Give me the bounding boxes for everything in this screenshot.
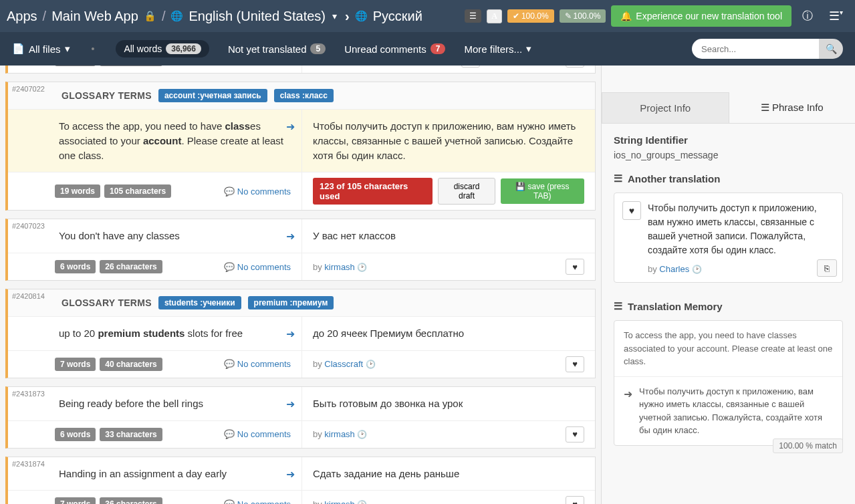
source-text: up to 20 premium students slots for free… — [8, 317, 301, 350]
view-toggle-right[interactable]: A — [487, 9, 502, 23]
source-text: You don't have any classes➜ — [8, 219, 301, 253]
glossary-term[interactable]: account :учетная запись — [158, 89, 267, 102]
favorite-button[interactable]: ♥ — [566, 496, 584, 504]
phrase-id: #2407022 — [12, 85, 45, 93]
chars-badge: 36 characters — [100, 497, 162, 504]
glossary-term[interactable]: students :ученики — [158, 296, 241, 309]
source-text: Handing in an assignment a day early➜ — [8, 457, 301, 491]
unread-comments-filter[interactable]: Unread comments 7 — [344, 43, 445, 55]
clock-icon: 🕑 — [357, 263, 367, 272]
another-translation-text: Чтобы получить доступ к приложению, вам … — [648, 201, 834, 257]
breadcrumb-sep: / — [43, 9, 47, 24]
progress-badge-2[interactable]: ✎ 100.0% — [560, 9, 606, 23]
progress-badge-1[interactable]: ✔ 100.0% — [507, 9, 554, 23]
phrase-body: up to 20 premium students slots for free… — [8, 317, 595, 350]
no-comments-link[interactable]: 💬 No comments — [224, 359, 291, 369]
info-icon[interactable]: ⓘ — [797, 9, 818, 23]
all-words-label: All words — [124, 43, 162, 54]
copy-to-target-icon[interactable]: ➜ — [286, 229, 295, 244]
source-language[interactable]: English (United States)▾ — [189, 9, 340, 24]
translator-link[interactable]: Classcraft — [324, 359, 363, 369]
another-translation-header: ☰ Another translation — [614, 172, 843, 184]
phrase-card[interactable]: #2431874Handing in an assignment a day e… — [5, 457, 596, 505]
translator-link[interactable]: kirmash — [324, 262, 355, 272]
target-text[interactable]: У вас нет классов — [301, 219, 595, 253]
arrow-right-icon: ➜ — [624, 386, 632, 437]
string-id-section: String Identifier ios_no_groups_message … — [602, 124, 855, 457]
tm-card: To access the app, you need to have clas… — [614, 320, 843, 446]
glossary-term[interactable]: class :класс — [274, 89, 334, 102]
all-words-filter[interactable]: All words 36,966 — [116, 40, 209, 57]
phrase-footer-left: 6 words33 characters💬 No comments — [8, 421, 301, 448]
search-input[interactable] — [692, 39, 819, 59]
tm-match-badge: 100.00 % match — [773, 438, 843, 453]
all-files-filter[interactable]: 📄 All files ▾ — [12, 43, 70, 55]
source-text: Being ready before the bell rings➜ — [8, 387, 301, 420]
clock-icon: 🕑 — [357, 430, 367, 439]
no-comments-link[interactable]: 💬 No comments — [224, 499, 291, 504]
not-yet-translated-filter[interactable]: Not yet translated 5 — [228, 43, 326, 55]
search-button[interactable]: 🔍 — [819, 39, 843, 59]
tab-project-info[interactable]: Project Info — [602, 92, 729, 123]
translator-link[interactable]: kirmash — [324, 429, 355, 439]
translator-link[interactable]: kirmash — [324, 499, 355, 504]
tm-source: To access the app, you need to have clas… — [614, 321, 842, 377]
phrase-footer-right: by Classcraft 🕑♥ — [301, 351, 595, 378]
phrase-footer-right: by kirmash 🕑♥ — [301, 491, 595, 504]
favorite-button[interactable]: ♥ — [566, 356, 584, 372]
phrase-card[interactable]: #2431873Being ready before the bell ring… — [5, 386, 596, 449]
breadcrumb-sep-2: / — [162, 9, 166, 24]
target-text[interactable]: Сдать задание на день раньше — [301, 457, 595, 491]
favorite-button[interactable]: ♥ — [566, 259, 584, 275]
menu-icon[interactable]: ☰▾ — [824, 9, 848, 23]
dot-sep: • — [89, 43, 98, 54]
favorite-icon[interactable]: ♥ — [622, 201, 641, 220]
copy-to-target-icon[interactable]: ➜ — [286, 467, 295, 482]
tm-label: Translation Memory — [628, 301, 723, 312]
chevron-down-icon: ▾ — [330, 11, 340, 21]
author-link[interactable]: Charles — [659, 264, 689, 274]
sidebar: Project Info ☰ Phrase Info String Identi… — [601, 66, 855, 504]
view-toggle-left[interactable]: ☰ — [465, 9, 481, 23]
phrase-footer-left: 7 words36 characters💬 No comments — [8, 491, 301, 504]
words-badge: 6 words — [55, 260, 96, 273]
breadcrumb-apps[interactable]: Apps — [7, 9, 37, 24]
filter-bar: 📄 All files ▾ • All words 36,966 Not yet… — [0, 32, 855, 66]
copy-to-target-icon[interactable]: ➜ — [286, 396, 295, 412]
tab-phrase-label: Phrase Info — [772, 102, 824, 113]
no-comments-link[interactable]: 💬 No comments — [224, 186, 291, 197]
favorite-button[interactable]: ♡ — [566, 66, 584, 68]
target-text[interactable]: до 20 ячеек Премиум бесплатно — [301, 317, 595, 350]
globe-icon-2: 🌐 — [355, 10, 368, 22]
target-text[interactable]: Чтобы получить доступ к приложению, вам … — [301, 110, 595, 172]
no-comments-link[interactable]: 💬 No comments — [224, 262, 291, 272]
phrase-footer-right: by kirmash 🕑♥ — [301, 421, 595, 448]
chars-used-badge: 123 of 105 characters used — [313, 178, 433, 205]
copy-to-target-icon[interactable]: ➜ — [286, 326, 295, 342]
phrase-card[interactable]: #2420814GLOSSARY TERMSstudents :ученикиp… — [5, 289, 596, 378]
more-filters[interactable]: More filters... ▾ — [464, 43, 531, 55]
dropdown-button[interactable]: ▾ — [461, 66, 480, 68]
phrase-list[interactable]: 5 words 30 characters 💬 No comments by n… — [0, 66, 601, 504]
phrase-card-stub[interactable]: 5 words 30 characters 💬 No comments by n… — [5, 66, 596, 74]
target-language[interactable]: Русский — [373, 9, 422, 24]
toolbar-right: ☰ A ✔ 100.0% ✎ 100.0% 🔔 Experience our n… — [465, 5, 848, 27]
phrase-card[interactable]: #2407022GLOSSARY TERMSaccount :учетная з… — [5, 82, 596, 211]
tab-phrase-info[interactable]: ☰ Phrase Info — [729, 92, 856, 123]
copy-button[interactable]: ⎘ — [817, 259, 837, 277]
phrase-body: To access the app, you need to have clas… — [8, 110, 595, 172]
phrase-footer-left: 6 words26 characters💬 No comments — [8, 253, 301, 280]
target-text[interactable]: Быть готовым до звонка на урок — [301, 387, 595, 420]
translated-by: by kirmash 🕑 — [313, 499, 367, 504]
translated-by: by kirmash 🕑 — [313, 429, 367, 439]
unread-count: 7 — [431, 43, 446, 54]
discard-draft-button[interactable]: discard draft — [438, 178, 495, 205]
glossary-term[interactable]: premium :премиум — [248, 296, 334, 309]
copy-to-target-icon[interactable]: ➜ — [286, 119, 295, 134]
breadcrumb-app[interactable]: Main Web App — [51, 9, 138, 24]
save-button[interactable]: 💾 save (press TAB) — [501, 178, 584, 204]
no-comments-link[interactable]: 💬 No comments — [224, 429, 291, 439]
phrase-card[interactable]: #2407023You don't have any classes➜У вас… — [5, 219, 596, 281]
new-tool-button[interactable]: 🔔 Experience our new translation tool — [611, 5, 791, 27]
favorite-button[interactable]: ♥ — [566, 426, 584, 443]
